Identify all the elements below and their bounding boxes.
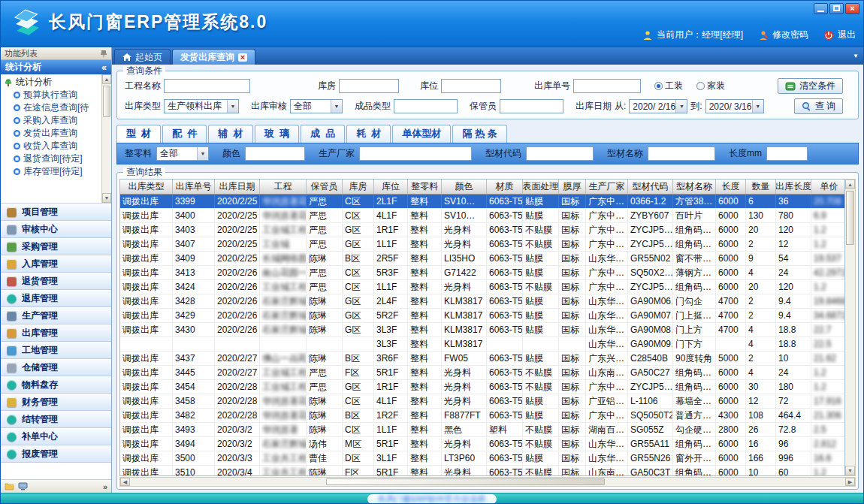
tree-scrollbar[interactable]: ▲ ▼ <box>101 74 111 203</box>
pin-icon[interactable] <box>100 50 107 58</box>
tree-item[interactable]: 预算执行查询 <box>1 89 101 101</box>
dropdown-arrow-icon[interactable]: ▼ <box>227 100 238 113</box>
column-header[interactable]: 膜厚 <box>559 180 586 194</box>
table-row[interactable]: 调拨出库35002020/3/3工业共工程曹佳D区3L1F整料LT3P60606… <box>120 451 844 466</box>
column-header[interactable]: 出库类型 <box>120 180 173 194</box>
table-row[interactable]: 调拨出库34072020/2/25工业城严思G区1L1F整料光身料6063-T5… <box>120 237 844 252</box>
tab-shipping-outbound-query[interactable]: 发货出库查询 × <box>172 49 255 65</box>
material-tab[interactable]: 单体型材 <box>392 125 451 143</box>
profile-code-input[interactable] <box>526 146 594 161</box>
table-row[interactable]: 调拨出库34582020/2/28华润原著花园陈琳C区4L1F整料光身料6063… <box>120 394 844 409</box>
sidebar-accordion-item[interactable]: 工地管理 <box>1 342 111 359</box>
table-row[interactable]: 调拨出库34932020/3/2华润原著陈琳C区1L1F整料黑色塑料不贴膜国标湖… <box>120 423 844 437</box>
radio-industrial[interactable]: 工装 <box>654 80 683 92</box>
table-row[interactable]: 调拨出库34002020/2/25华润原著花园严思C区4L1F整料SV10…60… <box>120 209 844 223</box>
color-input[interactable] <box>245 146 305 161</box>
dropdown-arrow-icon[interactable]: ▼ <box>752 100 763 113</box>
table-row[interactable]: 调拨出库34242020/2/26工业城工程严思C区1L1F整料光身料6063-… <box>120 280 844 294</box>
sidebar-accordion-item[interactable]: 退库管理 <box>1 290 111 307</box>
warehouse-input[interactable] <box>339 79 399 93</box>
column-header[interactable]: 出库单号 <box>173 180 215 194</box>
material-tab[interactable]: 耗 材 <box>346 125 391 143</box>
radio-home-decor[interactable]: 家装 <box>696 80 725 92</box>
order-no-input[interactable] <box>573 79 641 93</box>
table-vertical-scrollbar[interactable]: ▲ ▼ <box>845 179 856 476</box>
column-header[interactable]: 生产厂家 <box>586 180 628 194</box>
column-header[interactable]: 表面处理 <box>523 180 559 194</box>
sidebar-accordion-item[interactable]: 仓储管理 <box>1 359 111 376</box>
whole-partial-select[interactable]: 全部 ▼ <box>156 146 209 161</box>
material-tab[interactable]: 玻 璃 <box>255 125 299 143</box>
sidebar-accordion-item[interactable]: 财务管理 <box>1 394 111 411</box>
table-row[interactable]: 调拨出库34542020/2/28工业城工程严思G区1R1F整料光身料6063-… <box>120 380 844 394</box>
computer-view-icon[interactable] <box>18 482 28 490</box>
sidebar-accordion-item[interactable]: 报废管理 <box>1 445 111 463</box>
material-tab[interactable]: 隔 热 条 <box>452 125 506 143</box>
tree-scroll-thumb[interactable] <box>103 86 110 117</box>
table-row[interactable]: 3L3F整料KLM3817山东华…GA90M09…门下方418.822.5423 <box>120 337 844 352</box>
sidebar-accordion-item[interactable]: 结转管理 <box>1 411 111 428</box>
product-type-input[interactable] <box>394 99 458 113</box>
sidebar-accordion-item[interactable]: 项目管理 <box>1 204 111 221</box>
audit-select[interactable]: 全部 ▼ <box>290 99 343 113</box>
column-header[interactable]: 出库日期 <box>215 180 260 194</box>
table-row[interactable]: 调拨出库33992020/2/25华润原著花园严思C区2L1F整料SV10…60… <box>120 195 844 209</box>
scroll-right-icon[interactable]: ▶ <box>845 478 855 486</box>
column-header[interactable]: 整零料 <box>408 180 442 194</box>
table-row[interactable]: 调拨出库34092020/2/25长城网络园陈琳B区2R5F整料LI35HO60… <box>120 252 844 266</box>
column-header[interactable]: 库位 <box>374 180 408 194</box>
column-header[interactable]: 型材名称 <box>673 180 716 194</box>
table-row[interactable]: 调拨出库34032020/2/25工业城工程严思G区1R1F整料光身料6063-… <box>120 223 844 237</box>
tab-home[interactable]: 起始页 <box>114 49 171 65</box>
sidebar-accordion-item[interactable]: 审核中心 <box>1 221 111 238</box>
keeper-input[interactable] <box>500 99 563 113</box>
table-row[interactable]: 调拨出库34292020/2/26石家庄辉城陈琳G区5R2F整料KLM38176… <box>120 309 844 323</box>
material-tab[interactable]: 辅 材 <box>208 125 252 143</box>
tree-item[interactable]: 发货出库查询 <box>1 127 101 140</box>
table-row[interactable]: 调拨出库34282020/2/26石家庄辉城陈琳G区2L4F整料KLM38176… <box>120 294 844 309</box>
scroll-down-icon[interactable]: ▼ <box>845 466 855 475</box>
column-header[interactable]: 数量 <box>746 180 776 194</box>
table-row[interactable]: 调拨出库35102020/3/4工业共工程陈琳F区5R1F整料光身料6063-T… <box>120 466 844 476</box>
sidebar-accordion-item[interactable]: 退货管理 <box>1 273 111 290</box>
sidebar-accordion-item[interactable]: 出库管理 <box>1 324 111 342</box>
sidebar-accordion-item[interactable]: 生产管理 <box>1 307 111 324</box>
dropdown-arrow-icon[interactable]: ▼ <box>675 100 687 113</box>
dropdown-arrow-icon[interactable]: ▼ <box>331 100 342 113</box>
dropdown-arrow-icon[interactable]: ▼ <box>197 147 208 160</box>
location-input[interactable] <box>441 79 501 93</box>
out-type-select[interactable]: 生产领料出库 ▼ <box>164 99 239 113</box>
table-row[interactable]: 调拨出库34822020/2/28华润原著花园陈琳B区1R2F整料F8877FT… <box>120 409 844 423</box>
scroll-left-icon[interactable]: ◀ <box>120 478 130 486</box>
horizontal-scroll-thumb[interactable] <box>326 478 606 485</box>
tree-root[interactable]: 统计分析 <box>1 76 101 89</box>
collapse-icon[interactable]: « <box>101 62 107 73</box>
table-row[interactable]: 调拨出库34132020/2/26南山花园一期严思C区5R3F整料G714226… <box>120 266 844 280</box>
scroll-down-icon[interactable]: ▼ <box>102 193 111 203</box>
column-header[interactable]: 长度 <box>716 180 746 194</box>
scroll-up-icon[interactable]: ▲ <box>102 74 111 84</box>
column-header[interactable]: 单价 <box>811 180 845 194</box>
table-horizontal-scrollbar[interactable]: ◀ ▶ <box>119 477 856 487</box>
date-to-select[interactable]: 2020/ 3/16 ▼ <box>705 99 764 113</box>
length-input[interactable] <box>766 146 808 161</box>
project-name-input[interactable] <box>164 79 250 93</box>
logout-link[interactable]: 退出 <box>838 29 856 41</box>
tree-item[interactable]: 退货查询[待定] <box>1 152 101 165</box>
folder-view-icon[interactable] <box>5 482 14 490</box>
tab-close-icon[interactable]: × <box>238 53 247 62</box>
table-row[interactable]: 调拨出库34942020/3/2石家庄辉城汤伟M区5R1F整料光身料6063-T… <box>120 437 844 451</box>
minimize-button[interactable] <box>814 3 828 14</box>
column-header[interactable]: 保管员 <box>307 180 343 194</box>
vertical-scroll-thumb[interactable] <box>846 191 854 245</box>
sidebar-accordion-item[interactable]: 补单中心 <box>1 428 111 445</box>
table-row[interactable]: 调拨出库34302020/2/26石家庄辉城陈琳G区3L3F整料KLM38176… <box>120 323 844 337</box>
table-row[interactable]: 调拨出库34452020/2/27工业城工程严思F区5R1F整料光身料6063-… <box>120 366 844 380</box>
sidebar-accordion-item[interactable]: 物料盘存 <box>1 376 111 394</box>
manufacturer-input[interactable] <box>359 146 472 161</box>
tree-item[interactable]: 采购入库查询 <box>1 114 101 127</box>
close-button[interactable]: × <box>845 3 859 14</box>
column-header[interactable]: 工程 <box>260 180 307 194</box>
date-from-select[interactable]: 2020/ 2/16 ▼ <box>629 99 687 113</box>
change-password-link[interactable]: 修改密码 <box>772 29 808 41</box>
